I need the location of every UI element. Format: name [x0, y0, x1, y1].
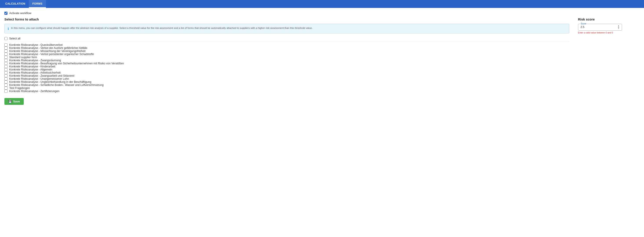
form-label-8: Konkrete Risikoanalyse - Allgemein: [9, 68, 52, 71]
main-content: Activate workflow Select forms to attach…: [0, 8, 644, 237]
info-box: ℹ In this menu, you can configure what s…: [4, 24, 569, 34]
form-label-3: Konkrete Risikoanalyse - Verbot persiste…: [9, 53, 94, 56]
form-label-4: Standard supplier form: [9, 56, 37, 59]
activate-workflow-checkbox[interactable]: [4, 12, 8, 15]
form-checkbox-4[interactable]: [4, 56, 8, 59]
list-item: Konkrete Risikoanalyse - Verbot der Ausf…: [4, 47, 569, 50]
form-label-0: Konkrete Risikoanalyse - Quecksilberverb…: [9, 43, 62, 47]
info-icon: ℹ: [8, 27, 9, 31]
list-item: Konkrete Risikoanalyse - Zwangsräumung: [4, 59, 569, 62]
list-item: Konkrete Risikoanalyse - Arbeitssicherhe…: [4, 71, 569, 74]
nav-bar: CALCULATION FORMS: [0, 0, 644, 8]
score-hint: Enter a valid value between 0 and 5: [578, 32, 640, 34]
risk-score-title: Risk score: [578, 18, 640, 21]
form-label-12: Konkrete Risikoanalyse - Ungleichbehandl…: [9, 80, 91, 84]
list-item: Test Fragebogen: [4, 87, 569, 90]
score-field-wrapper: Score ▲ ▼: [578, 24, 622, 31]
activate-workflow-row: Activate workflow: [4, 12, 640, 15]
score-spinners: ▲ ▼: [618, 25, 620, 29]
activate-workflow-label: Activate workflow: [9, 12, 31, 15]
form-checkbox-11[interactable]: [4, 77, 8, 80]
two-col-layout: Select forms to attach ℹ In this menu, y…: [4, 18, 640, 105]
form-label-11: Konkrete Risikoanalyse - Unangemessener …: [9, 77, 69, 80]
list-item: Konkrete Risikoanalyse - Schädliche Bode…: [4, 84, 569, 87]
form-checkbox-3[interactable]: [4, 53, 8, 56]
tab-calculation[interactable]: CALCULATION: [2, 0, 29, 8]
list-item: Konkrete Risikoanalyse - Missachtung der…: [4, 50, 569, 53]
left-column: Select forms to attach ℹ In this menu, y…: [4, 18, 569, 105]
form-checkbox-8[interactable]: [4, 68, 8, 71]
list-item: Konkrete Risikoanalyse - Beauftragung vo…: [4, 62, 569, 65]
list-item: Konkrete Risikoanalyse - Quecksilberverb…: [4, 43, 569, 47]
form-checkbox-5[interactable]: [4, 59, 8, 62]
form-checkbox-12[interactable]: [4, 80, 8, 84]
form-checkbox-6[interactable]: [4, 62, 8, 65]
form-label-14: Test Fragebogen: [9, 87, 30, 90]
info-text: In this menu, you can configure what sho…: [11, 26, 312, 30]
save-button[interactable]: 💾 Save: [4, 98, 24, 105]
list-item: Konkrete Risikoanalyse - Zertifizierunge…: [4, 90, 569, 93]
form-label-2: Konkrete Risikoanalyse - Missachtung der…: [9, 50, 86, 53]
score-up-button[interactable]: ▲: [618, 25, 620, 27]
score-down-button[interactable]: ▼: [618, 27, 620, 29]
list-item: Konkrete Risikoanalyse - Verbot persiste…: [4, 53, 569, 56]
form-label-9: Konkrete Risikoanalyse - Arbeitssicherhe…: [9, 71, 60, 74]
form-checkbox-7[interactable]: [4, 65, 8, 68]
list-item: Konkrete Risikoanalyse - Unangemessener …: [4, 77, 569, 80]
form-checkbox-10[interactable]: [4, 74, 8, 77]
form-checkbox-13[interactable]: [4, 84, 8, 87]
section-title-forms: Select forms to attach: [4, 18, 569, 21]
form-checkbox-2[interactable]: [4, 50, 8, 53]
form-label-5: Konkrete Risikoanalyse - Zwangsräumung: [9, 59, 61, 62]
list-item: Konkrete Risikoanalyse - Allgemein: [4, 68, 569, 71]
form-label-1: Konkrete Risikoanalyse - Verbot der Ausf…: [9, 47, 87, 50]
form-checkbox-14[interactable]: [4, 87, 8, 90]
form-items-container: Konkrete Risikoanalyse - Quecksilberverb…: [4, 43, 569, 93]
form-label-15: Konkrete Risikoanalyse - Zertifizierunge…: [9, 90, 60, 93]
save-button-label: Save: [13, 100, 20, 103]
form-checkbox-1[interactable]: [4, 47, 8, 50]
form-label-7: Konkrete Risikoanalyse - Kinderarbeit: [9, 65, 55, 68]
checkbox-list: Select all Konkrete Risikoanalyse - Quec…: [4, 37, 569, 93]
select-all-label: Select all: [9, 37, 20, 40]
form-label-13: Konkrete Risikoanalyse - Schädliche Bode…: [9, 84, 104, 87]
score-field-label: Score: [580, 23, 587, 25]
form-label-6: Konkrete Risikoanalyse - Beauftragung vo…: [9, 62, 124, 65]
save-icon: 💾: [8, 100, 12, 103]
list-item: Standard supplier form: [4, 56, 569, 59]
list-item: Konkrete Risikoanalyse - Zwangsarbeit un…: [4, 74, 569, 77]
form-label-10: Konkrete Risikoanalyse - Zwangsarbeit un…: [9, 74, 74, 77]
select-all-checkbox[interactable]: [4, 37, 8, 40]
tab-forms[interactable]: FORMS: [29, 0, 46, 8]
list-item: Konkrete Risikoanalyse - Kinderarbeit: [4, 65, 569, 68]
form-checkbox-9[interactable]: [4, 71, 8, 74]
form-checkbox-0[interactable]: [4, 43, 8, 47]
list-item: Konkrete Risikoanalyse - Ungleichbehandl…: [4, 80, 569, 84]
score-input-row: ▲ ▼: [580, 25, 620, 29]
right-column: Risk score Score ▲ ▼ Enter a valid value…: [578, 18, 640, 34]
form-checkbox-15[interactable]: [4, 90, 8, 93]
score-input[interactable]: [580, 25, 618, 29]
select-all-row: Select all: [4, 37, 569, 42]
